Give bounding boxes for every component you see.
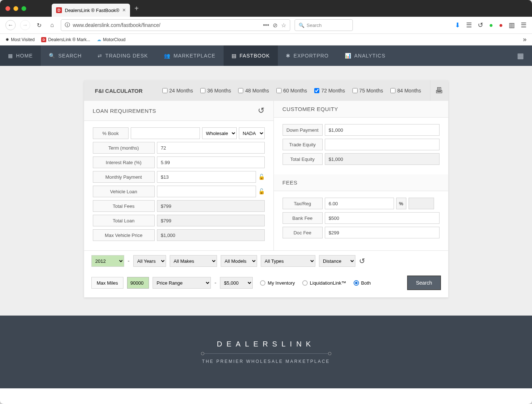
dash: - [128,258,130,264]
search-placeholder: Search [307,23,322,28]
home-button[interactable]: ⌂ [48,21,56,29]
max-miles-label: Max Miles [91,277,124,289]
reset-loan-button[interactable]: ↺ [258,106,265,115]
window-minimize-button[interactable] [13,6,18,11]
downloads-icon[interactable]: ⬇ [455,21,460,29]
price-range-from-select[interactable]: Price Range [153,277,211,289]
source-select[interactable]: NADA [239,127,265,139]
search-button[interactable]: Search [407,276,441,290]
shield-icon[interactable]: ⊘ [273,22,277,29]
tab-favicon: D [56,7,62,13]
back-button[interactable]: ← [5,20,16,30]
extension-icon-1[interactable]: ● [489,21,493,29]
sidebar-icon[interactable]: ▥ [509,21,515,29]
url-input[interactable]: ⓘ www.dealerslink.com/fastbook/finance/ … [61,19,290,31]
browser-titlebar: D DealersLink ® FastBook® × + [0,0,532,17]
url-text: www.dealerslink.com/fastbook/finance/ [73,22,260,28]
radio-my-inventory[interactable]: My Inventory [260,280,295,286]
models-select[interactable]: All Models [221,255,257,267]
wholesale-select[interactable]: Wholesale [202,127,237,139]
page-footer: DEALERSLINK THE PREMIER WHOLESALE MARKET… [0,316,532,388]
lock-vehicle-icon[interactable]: 🔓 [258,188,265,195]
year-from-select[interactable]: 2012 [91,255,124,267]
price-range-to-select[interactable]: $5,000 [220,277,253,289]
month-option-75[interactable]: 75 Months [352,88,383,94]
radio-both[interactable]: Both [354,280,371,286]
month-option-36[interactable]: 36 Months [200,88,231,94]
browser-tab[interactable]: D DealersLink ® FastBook® × [52,4,130,17]
radio-liquidation[interactable]: LiquidationLink™ [302,280,346,286]
search-icon: 🔍 [299,23,304,28]
month-option-72[interactable]: 72 Months [314,88,345,94]
marketplace-icon: 👥 [164,53,170,59]
nav-analytics[interactable]: 📊ANALYTICS [337,45,394,66]
total-loan-label: Total Loan [93,215,155,226]
trade-equity-input[interactable] [325,139,440,150]
down-payment-input[interactable] [325,124,440,136]
max-miles-input[interactable]: 90000 [127,277,149,289]
menu-icon[interactable]: ☰ [521,21,527,29]
makes-select[interactable]: All Makes [170,255,217,267]
bank-fee-input[interactable] [325,212,440,224]
month-option-60[interactable]: 60 Months [276,88,307,94]
content-area: F&I CALCULATOR 24 Months 36 Months 48 Mo… [0,66,532,316]
window-close-button[interactable] [5,6,10,11]
radio-icon [354,280,359,286]
sync-icon[interactable]: ↺ [478,21,483,29]
month-option-24[interactable]: 24 Months [162,88,193,94]
tab-title: DealersLink ® FastBook® [65,8,119,13]
browser-search-input[interactable]: 🔍 Search [295,19,353,31]
vehicle-filters: 2012 - All Years All Makes All Models Al… [84,250,448,271]
nav-home[interactable]: ▦HOME [0,45,41,66]
search-filters: Max Miles 90000 Price Range - $5,000 My … [84,271,448,297]
new-tab-button[interactable]: + [134,4,139,13]
more-icon[interactable]: ••• [263,22,269,29]
types-select[interactable]: All Types [261,255,315,267]
info-icon[interactable]: ⓘ [65,22,70,28]
nav-exportpro[interactable]: ✱EXPORTPRO [278,45,337,66]
footer-logo: DEALERSLINK [217,340,315,348]
rate-input[interactable] [157,157,265,168]
tax-input[interactable] [325,198,394,209]
library-icon[interactable]: ☰ [466,21,472,29]
reload-button[interactable]: ↻ [35,21,43,29]
loan-requirements-header: LOAN REQUIREMENTS ↺ [84,101,273,121]
total-fees-label: Total Fees [93,200,155,212]
nav-marketplace[interactable]: 👥MARKETPLACE [156,45,223,66]
year-to-select[interactable]: All Years [133,255,166,267]
monthly-input[interactable] [157,171,256,183]
nav-trading-desk[interactable]: ⇄TRADING DESK [90,45,156,66]
term-input[interactable] [157,142,265,154]
distance-select[interactable]: Distance [319,255,355,267]
forward-button[interactable]: → [20,20,30,30]
total-fees-value: $799 [157,200,265,212]
nav-apps-grid-icon[interactable]: ▦ [509,45,532,66]
radio-icon [260,280,265,286]
window-maximize-button[interactable] [21,6,26,11]
doc-fee-input[interactable] [325,227,440,238]
bookmark-overflow-icon[interactable]: » [523,36,527,43]
footer-divider [202,353,330,354]
bookmark-star-icon[interactable]: ☆ [281,22,286,29]
total-equity-value: $1,000 [325,153,440,165]
bookmark-motorcloud[interactable]: ☁MotorCloud [97,37,126,42]
print-button[interactable]: 🖶 [430,80,448,101]
bookmark-dealerslink[interactable]: DDealersLink ® Mark... [41,37,90,42]
radio-icon [302,280,308,286]
month-option-84[interactable]: 84 Months [390,88,421,94]
vehicle-loan-input[interactable] [157,186,256,197]
tax-label: Tax/Reg [283,198,323,209]
doc-fee-label: Doc Fee [283,227,323,238]
bookmark-most-visited[interactable]: ✹Most Visited [5,37,35,42]
pct-book-input[interactable] [131,127,200,139]
nav-search[interactable]: 🔍SEARCH [41,45,90,66]
pinterest-icon[interactable]: ● [499,21,503,29]
trade-label: Trade Equity [283,139,323,150]
nav-fastbook[interactable]: ▤FASTBOOK [224,45,278,66]
lock-monthly-icon[interactable]: 🔓 [258,174,265,180]
footer-tagline: THE PREMIER WHOLESALE MARKETPLACE [202,359,330,364]
reset-filters-button[interactable]: ↺ [359,257,365,265]
tab-close-icon[interactable]: × [122,7,126,13]
month-option-48[interactable]: 48 Months [238,88,269,94]
app-nav: ▦HOME 🔍SEARCH ⇄TRADING DESK 👥MARKETPLACE… [0,45,532,66]
